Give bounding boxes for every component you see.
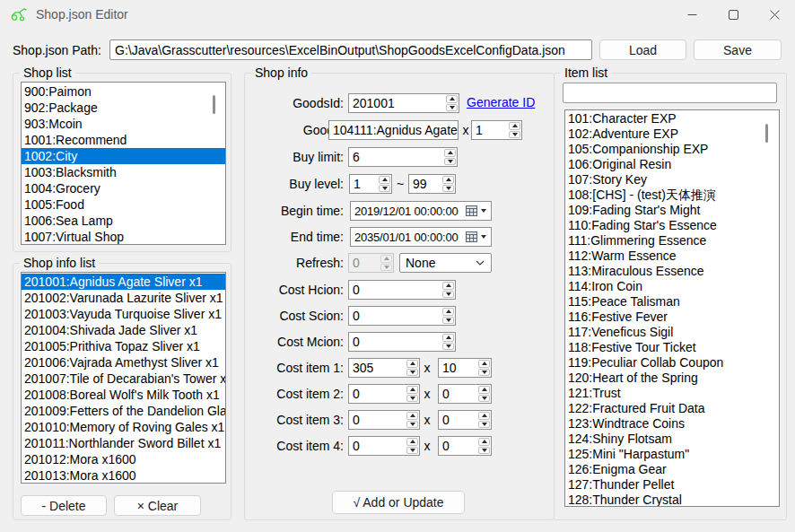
begin-time-picker[interactable]: 2019/12/01 00:00:00 — [350, 201, 492, 221]
list-item[interactable]: 201005:Prithiva Topaz Sliver x1 — [22, 338, 225, 354]
list-item[interactable]: 110:Fading Star's Essence — [565, 218, 779, 233]
list-item[interactable]: 1003:Blacksmith — [22, 164, 225, 180]
spin-down-icon[interactable] — [442, 343, 454, 351]
save-button[interactable]: Save — [694, 39, 782, 60]
spin-down-icon[interactable] — [442, 185, 454, 193]
list-item[interactable]: 127:Thunder Pellet — [565, 477, 779, 493]
list-item[interactable]: 201012:Mora x1600 — [22, 451, 225, 467]
spin-up-icon[interactable] — [478, 412, 490, 420]
list-item[interactable]: 201011:Northlander Sword Billet x1 — [22, 435, 225, 451]
spin-down-icon[interactable] — [442, 317, 454, 325]
list-item[interactable]: 117:Veneficus Sigil — [565, 325, 779, 340]
list-item[interactable]: 201004:Shivada Jade Sliver x1 — [22, 322, 225, 338]
list-item[interactable]: 902:Package — [22, 100, 225, 116]
cost-item-4-id-spinner[interactable]: 0 — [348, 436, 420, 456]
cost-scion-value[interactable]: 0 — [349, 307, 441, 325]
spin-down-icon[interactable] — [478, 447, 490, 455]
list-item[interactable]: 106:Original Resin — [565, 157, 779, 172]
list-item[interactable]: 116:Festive Fever — [565, 310, 779, 325]
list-item[interactable]: 201009:Fetters of the Dandelion Gladiato — [22, 403, 225, 419]
item-listbox[interactable]: 101:Character EXP102:Adventure EXP105:Co… — [564, 109, 780, 507]
list-item[interactable]: 1002:City — [22, 148, 225, 164]
spin-up-icon[interactable] — [478, 438, 490, 446]
list-item[interactable]: 1001:Recommend — [22, 132, 225, 148]
list-item[interactable]: 114:Iron Coin — [565, 279, 779, 294]
scrollbar-thumb[interactable] — [213, 95, 215, 114]
goodsid-value[interactable]: 201001 — [349, 94, 445, 112]
spin-up-icon[interactable] — [446, 95, 458, 103]
cost-mcion-spinner[interactable]: 0 — [348, 332, 456, 352]
list-item[interactable]: 201006:Vajrada Amethyst Sliver x1 — [22, 354, 225, 371]
spin-up-icon[interactable] — [379, 176, 390, 184]
spin-down-icon[interactable] — [478, 395, 490, 403]
cost-mcion-value[interactable]: 0 — [349, 333, 441, 351]
spin-up-icon[interactable] — [442, 334, 454, 342]
list-item[interactable]: 900:Paimon — [22, 83, 225, 100]
list-item[interactable]: 109:Fading Star's Might — [565, 203, 779, 218]
cost-item-4-count-spinner[interactable]: 0 — [438, 436, 492, 456]
list-item[interactable]: 122:Fractured Fruit Data — [565, 401, 779, 416]
scrollbar-thumb[interactable] — [765, 124, 768, 143]
list-item[interactable]: 119:Peculiar Collab Coupon — [565, 355, 779, 371]
buy-level-max-value[interactable]: 99 — [409, 175, 441, 193]
list-item[interactable]: 102:Adventure EXP — [565, 126, 779, 142]
spin-up-icon[interactable] — [442, 176, 454, 184]
cost-item-2-count-value[interactable]: 0 — [439, 385, 477, 403]
chevron-down-icon[interactable] — [476, 260, 485, 266]
list-item[interactable]: 123:Windtrace Coins — [565, 416, 779, 432]
spin-up-icon[interactable] — [442, 308, 454, 316]
goods-count-spinner[interactable]: 1 — [471, 120, 522, 140]
list-item[interactable]: 1007:Virtual Shop — [22, 229, 225, 245]
minimize-button[interactable] — [671, 0, 712, 29]
begin-time-value[interactable]: 2019/12/01 00:00:00 — [351, 205, 466, 218]
cost-hcion-value[interactable]: 0 — [349, 281, 441, 299]
refresh-mode-value[interactable]: None — [400, 256, 476, 270]
spin-down-icon[interactable] — [379, 185, 390, 193]
list-item[interactable]: 903:Mcoin — [22, 116, 225, 132]
list-item[interactable]: 115:Peace Talisman — [565, 294, 779, 310]
spin-up-icon[interactable] — [406, 360, 418, 368]
list-item[interactable]: 120:Heart of the Spring — [565, 371, 779, 386]
cost-item-1-count-value[interactable]: 10 — [439, 359, 477, 377]
spin-down-icon[interactable] — [478, 421, 490, 429]
cost-item-2-id-spinner[interactable]: 0 — [348, 384, 420, 404]
list-item[interactable]: 126:Enigma Gear — [565, 462, 779, 477]
list-item[interactable]: 111:Glimmering Essence — [565, 233, 779, 249]
shop-listbox[interactable]: 900:Paimon902:Package903:Mcoin1001:Recom… — [21, 82, 226, 245]
list-item[interactable]: 125:Mini "Harpastum" — [565, 447, 779, 462]
list-item[interactable]: 1004:Grocery — [22, 180, 225, 196]
buy-limit-value[interactable]: 6 — [349, 148, 443, 166]
spin-down-icon[interactable] — [406, 369, 418, 377]
goodsid-spinner[interactable]: 201001 — [348, 93, 459, 113]
spin-down-icon[interactable] — [509, 131, 520, 139]
goods-count-value[interactable]: 1 — [472, 121, 508, 139]
calendar-icon[interactable] — [466, 231, 477, 242]
buy-level-min-value[interactable]: 1 — [350, 175, 378, 193]
path-input[interactable] — [109, 39, 592, 60]
cost-item-1-count-spinner[interactable]: 10 — [438, 358, 492, 378]
cost-item-2-count-spinner[interactable]: 0 — [438, 384, 492, 404]
list-item[interactable]: 1006:Sea Lamp — [22, 213, 225, 229]
spin-up-icon[interactable] — [478, 386, 490, 394]
spin-down-icon[interactable] — [478, 369, 490, 377]
spin-down-icon[interactable] — [442, 291, 454, 299]
cost-item-1-id-spinner[interactable]: 305 — [348, 358, 420, 378]
list-item[interactable]: 124:Shiny Flotsam — [565, 432, 779, 447]
list-item[interactable]: 201013:Mora x1600 — [22, 467, 225, 484]
generate-id-link[interactable]: Generate ID — [467, 95, 535, 109]
calendar-icon[interactable] — [466, 205, 477, 216]
spin-down-icon[interactable] — [406, 447, 418, 455]
cost-item-4-count-value[interactable]: 0 — [439, 437, 477, 455]
buy-level-min-spinner[interactable]: 1 — [349, 174, 392, 194]
list-item[interactable]: 112:Warm Essence — [565, 249, 779, 264]
list-item[interactable]: 108:[CHS] - (test)天体推演 — [565, 188, 779, 203]
list-item[interactable]: 118:Festive Tour Ticket — [565, 340, 779, 355]
list-item[interactable]: 121:Trust — [565, 386, 779, 401]
list-item[interactable]: 113:Miraculous Essence — [565, 264, 779, 279]
list-item[interactable]: 201008:Boreal Wolf's Milk Tooth x1 — [22, 387, 225, 403]
cost-hcion-spinner[interactable]: 0 — [348, 280, 456, 300]
spin-up-icon[interactable] — [509, 122, 520, 130]
clear-button[interactable]: × Clear — [114, 495, 201, 516]
dropdown-arrow-icon[interactable] — [481, 209, 486, 213]
list-item[interactable]: 105:Companionship EXP — [565, 142, 779, 157]
